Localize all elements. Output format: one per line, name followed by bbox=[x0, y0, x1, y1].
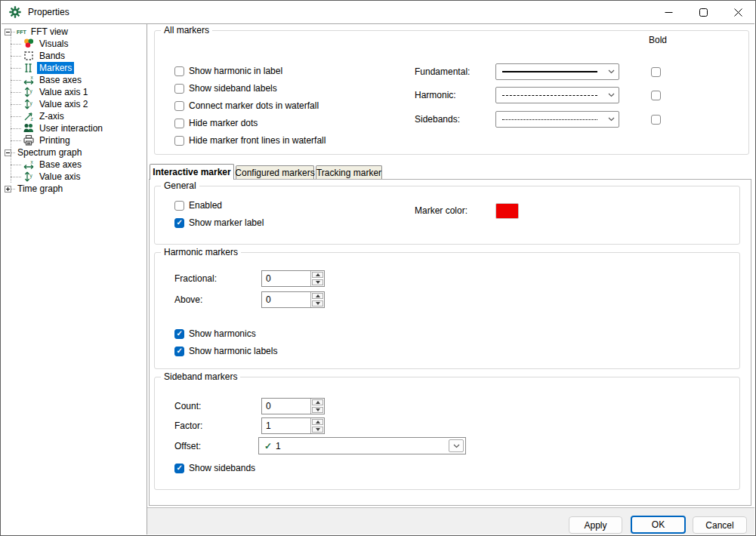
solid-line-preview bbox=[502, 71, 597, 72]
close-button[interactable] bbox=[721, 1, 755, 23]
chevron-down-icon bbox=[603, 69, 619, 74]
base-axes-icon: x bbox=[23, 159, 35, 171]
checkbox-hide-marker-dots[interactable]: Hide marker dots bbox=[174, 117, 258, 129]
gear-icon bbox=[9, 6, 21, 18]
factor-label: Factor: bbox=[174, 420, 202, 432]
fractional-spinner[interactable]: 0 bbox=[261, 270, 325, 287]
tree-item-printing[interactable]: Printing bbox=[11, 134, 73, 146]
tree-item-spectrum-value-axis[interactable]: y Value axis bbox=[11, 171, 82, 183]
checkbox-show-sidebands[interactable]: Show sidebands bbox=[174, 462, 255, 474]
chevron-down-icon bbox=[603, 93, 619, 97]
tree-item-base-axes[interactable]: x Base axes bbox=[11, 74, 84, 86]
checkbox-show-marker-label[interactable]: Show marker label bbox=[174, 217, 264, 229]
spin-down-button[interactable] bbox=[312, 300, 323, 307]
check-icon: ✓ bbox=[264, 441, 272, 451]
spin-down-button[interactable] bbox=[312, 279, 323, 285]
count-label: Count: bbox=[174, 400, 201, 412]
above-label: Above: bbox=[174, 294, 202, 306]
z-axis-icon: z bbox=[23, 110, 35, 122]
offset-label: Offset: bbox=[174, 440, 201, 452]
spin-up-button[interactable] bbox=[312, 293, 323, 299]
tree-item-spectrum-graph[interactable]: Spectrum graph bbox=[5, 146, 84, 159]
fft-icon: FFT bbox=[17, 29, 26, 35]
tree-item-markers[interactable]: Markers bbox=[11, 62, 74, 74]
tree-item-fft-view[interactable]: FFT FFT view bbox=[5, 26, 70, 38]
checkbox-show-harmonic-labels[interactable]: Show harmonic labels bbox=[174, 345, 277, 357]
minimize-button[interactable] bbox=[651, 1, 686, 23]
checkbox-connect-marker-dots[interactable]: Connect marker dots in waterfall bbox=[174, 100, 319, 112]
dotted-line-preview bbox=[502, 119, 597, 120]
spin-down-button[interactable] bbox=[312, 427, 323, 433]
checkbox[interactable] bbox=[174, 136, 184, 146]
checkbox[interactable] bbox=[651, 115, 661, 125]
checkbox[interactable] bbox=[174, 119, 184, 128]
checkbox-enabled[interactable]: Enabled bbox=[174, 199, 222, 211]
checkbox[interactable] bbox=[174, 201, 184, 211]
collapse-icon[interactable] bbox=[5, 149, 11, 156]
bold-column-header: Bold bbox=[649, 34, 667, 46]
tree-item-visuals[interactable]: Visuals bbox=[11, 38, 70, 50]
checkbox-hide-marker-front-lines[interactable]: Hide marker front lines in waterfall bbox=[174, 134, 326, 146]
checkbox[interactable] bbox=[174, 84, 184, 94]
checkbox[interactable] bbox=[174, 66, 184, 76]
group-title: General bbox=[161, 180, 199, 191]
cancel-button[interactable]: Cancel bbox=[693, 516, 747, 534]
tree-item-value-axis-1[interactable]: y Value axis 1 bbox=[11, 86, 90, 98]
tab-tracking-marker[interactable]: Tracking marker bbox=[316, 165, 382, 179]
harmonic-label: Harmonic: bbox=[415, 89, 456, 101]
marker-color-label: Marker color: bbox=[415, 205, 467, 217]
tree-item-user-interaction[interactable]: User interaction bbox=[11, 122, 105, 134]
tree-item-bands[interactable]: Bands bbox=[11, 50, 67, 62]
up-arrow-icon bbox=[316, 273, 320, 276]
tree-item-time-graph[interactable]: Time graph bbox=[5, 183, 65, 195]
collapse-icon[interactable] bbox=[5, 29, 11, 35]
apply-button[interactable]: Apply bbox=[569, 516, 622, 534]
spin-up-button[interactable] bbox=[312, 272, 323, 278]
sidebands-bold-checkbox[interactable] bbox=[651, 113, 661, 125]
offset-combo[interactable]: ✓ 1 bbox=[258, 437, 466, 454]
group-title: Sideband markers bbox=[161, 371, 240, 382]
checkbox[interactable] bbox=[174, 218, 184, 228]
fundamental-line-style-combo[interactable] bbox=[495, 63, 619, 80]
tab-configured-markers[interactable]: Configured markers bbox=[236, 165, 314, 179]
svg-text:y: y bbox=[30, 88, 33, 94]
spin-up-button[interactable] bbox=[312, 419, 323, 425]
tab-interactive-marker[interactable]: Interactive marker bbox=[150, 164, 234, 180]
checkbox-show-harmonic-in-label[interactable]: Show harmonic in label bbox=[174, 65, 282, 77]
checkbox[interactable] bbox=[651, 67, 661, 77]
ok-button[interactable]: OK bbox=[631, 516, 686, 534]
checkbox[interactable] bbox=[174, 101, 184, 111]
sidebands-line-style-combo[interactable] bbox=[495, 111, 619, 128]
checkbox[interactable] bbox=[651, 91, 661, 100]
combo-drop-button[interactable] bbox=[449, 439, 464, 452]
tree-item-spectrum-base-axes[interactable]: x Base axes bbox=[11, 159, 84, 171]
tree-item-value-axis-2[interactable]: y Value axis 2 bbox=[11, 98, 90, 110]
harmonic-bold-checkbox[interactable] bbox=[651, 89, 661, 101]
tree-item-z-axis[interactable]: z Z-axis bbox=[11, 110, 66, 122]
checkbox[interactable] bbox=[174, 347, 184, 356]
above-spinner[interactable]: 0 bbox=[261, 291, 325, 308]
checkbox[interactable] bbox=[174, 329, 184, 339]
spin-down-button[interactable] bbox=[312, 407, 323, 413]
expand-icon[interactable] bbox=[5, 186, 11, 193]
factor-spinner[interactable]: 1 bbox=[261, 417, 325, 434]
maximize-button[interactable] bbox=[686, 1, 721, 23]
group-title: Harmonic markers bbox=[161, 247, 241, 257]
marker-color-swatch[interactable] bbox=[495, 203, 519, 219]
down-arrow-icon bbox=[316, 408, 320, 411]
bands-icon bbox=[23, 50, 35, 62]
chevron-down-icon bbox=[453, 444, 460, 448]
checkbox-show-sideband-labels[interactable]: Show sideband labels bbox=[174, 82, 277, 94]
sidebands-label: Sidebands: bbox=[415, 113, 460, 125]
svg-text:z: z bbox=[31, 116, 33, 122]
count-spinner[interactable]: 0 bbox=[261, 398, 325, 414]
window-title: Properties bbox=[28, 7, 69, 17]
harmonic-line-style-combo[interactable] bbox=[495, 87, 619, 103]
checkbox[interactable] bbox=[174, 464, 184, 473]
fundamental-bold-checkbox[interactable] bbox=[651, 66, 661, 78]
maximize-icon bbox=[699, 8, 708, 17]
spin-up-button[interactable] bbox=[312, 399, 323, 405]
settings-tree: FFT FFT view Visuals Bands bbox=[2, 24, 147, 534]
fundamental-label: Fundamental: bbox=[415, 66, 470, 78]
checkbox-show-harmonics[interactable]: Show harmonics bbox=[174, 328, 256, 340]
